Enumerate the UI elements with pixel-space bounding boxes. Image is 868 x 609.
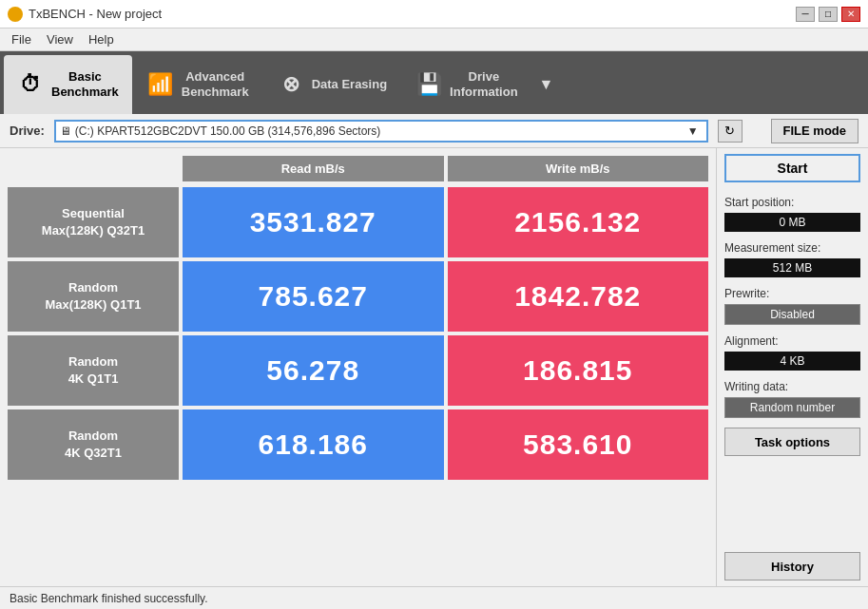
- header-read: Read mB/s: [183, 156, 444, 181]
- row-label-random128k: Random Max(128K) Q1T1: [8, 261, 179, 332]
- drive-selector[interactable]: 🖥 (C:) KPART512GBC2DVT 150.00 GB (314,57…: [54, 120, 708, 143]
- toolbar-advanced-benchmark[interactable]: 📶 Advanced Benchmark: [134, 55, 262, 114]
- start-position-value: 0 MB: [724, 213, 860, 232]
- row-label-sequential: Sequential Max(128K) Q32T1: [8, 187, 179, 257]
- bench-row-random128k: Random Max(128K) Q1T1 785.627 1842.782: [8, 261, 708, 332]
- prewrite-label: Prewrite:: [724, 287, 860, 300]
- header-write: Write mB/s: [448, 156, 709, 181]
- file-mode-button[interactable]: FILE mode: [771, 119, 858, 143]
- write-random4k-q32t1: 583.610: [448, 409, 709, 480]
- drive-refresh-button[interactable]: ↻: [718, 120, 743, 143]
- write-sequential: 2156.132: [448, 187, 709, 257]
- drive-dropdown-arrow: ▼: [684, 124, 703, 138]
- alignment-value: 4 KB: [724, 352, 860, 371]
- status-text: Basic Benchmark finished successfully.: [10, 592, 208, 605]
- drive-icon: 🖥: [60, 124, 71, 138]
- drive-text: (C:) KPART512GBC2DVT 150.00 GB (314,576,…: [75, 124, 381, 138]
- erase-icon: ⊗: [278, 72, 304, 97]
- title-bar-title: TxBENCH - New project: [29, 7, 162, 21]
- chart-icon: 📶: [147, 72, 174, 97]
- write-random128k: 1842.782: [448, 261, 709, 332]
- toolbar-dropdown[interactable]: ▼: [533, 55, 560, 114]
- drive-icon: 💾: [415, 72, 442, 97]
- table-header: Read mB/s Write mB/s: [8, 156, 708, 181]
- menu-file[interactable]: File: [4, 30, 39, 48]
- timer-icon: ⏱: [17, 72, 44, 97]
- drive-bar: Drive: 🖥 (C:) KPART512GBC2DVT 150.00 GB …: [0, 114, 868, 148]
- menu-help[interactable]: Help: [81, 30, 122, 48]
- toolbar-data-erasing[interactable]: ⊗ Data Erasing: [264, 55, 400, 114]
- right-panel: Start Start position: 0 MB Measurement s…: [716, 148, 868, 586]
- toolbar-basic-benchmark[interactable]: ⏱ Basic Benchmark: [4, 55, 132, 114]
- menu-view[interactable]: View: [39, 30, 81, 48]
- start-button[interactable]: Start: [724, 154, 860, 182]
- read-sequential: 3531.827: [183, 187, 444, 257]
- write-random4k-q1t1: 186.815: [448, 335, 709, 406]
- measurement-size-label: Measurement size:: [724, 241, 860, 255]
- read-random4k-q1t1: 56.278: [183, 335, 444, 406]
- close-button[interactable]: ✕: [841, 7, 860, 22]
- app-icon: [8, 7, 23, 22]
- header-empty: [8, 156, 179, 181]
- start-position-label: Start position:: [724, 196, 860, 209]
- history-button[interactable]: History: [724, 552, 860, 580]
- writing-data-label: Writing data:: [724, 380, 860, 393]
- bench-row-random4k-q32t1: Random 4K Q32T1 618.186 583.610: [8, 409, 708, 480]
- task-options-button[interactable]: Task options: [724, 428, 860, 456]
- refresh-icon: ↻: [724, 124, 735, 138]
- toolbar-drive-information[interactable]: 💾 Drive Information: [402, 55, 531, 114]
- alignment-label: Alignment:: [724, 334, 860, 348]
- title-bar-left: TxBENCH - New project: [8, 7, 162, 22]
- read-random4k-q32t1: 618.186: [183, 409, 444, 480]
- drive-label: Drive:: [10, 124, 45, 138]
- title-bar-controls[interactable]: ─ □ ✕: [796, 7, 860, 22]
- writing-data-value[interactable]: Random number: [724, 397, 860, 418]
- measurement-size-value: 512 MB: [724, 258, 860, 277]
- minimize-button[interactable]: ─: [796, 7, 815, 22]
- row-label-random4k-q32t1: Random 4K Q32T1: [8, 409, 179, 480]
- row-label-random4k-q1t1: Random 4K Q1T1: [8, 335, 179, 406]
- main-content: Read mB/s Write mB/s Sequential Max(128K…: [0, 148, 868, 586]
- status-bar: Basic Benchmark finished successfully.: [0, 586, 868, 609]
- title-bar: TxBENCH - New project ─ □ ✕: [0, 0, 868, 29]
- bench-row-sequential: Sequential Max(128K) Q32T1 3531.827 2156…: [8, 187, 708, 257]
- toolbar: ⏱ Basic Benchmark 📶 Advanced Benchmark ⊗…: [0, 51, 868, 114]
- prewrite-value[interactable]: Disabled: [724, 304, 860, 325]
- menu-bar: File View Help: [0, 29, 868, 51]
- benchmark-area: Read mB/s Write mB/s Sequential Max(128K…: [0, 148, 716, 586]
- maximize-button[interactable]: □: [819, 7, 838, 22]
- bench-row-random4k-q1t1: Random 4K Q1T1 56.278 186.815: [8, 335, 708, 406]
- read-random128k: 785.627: [183, 261, 444, 332]
